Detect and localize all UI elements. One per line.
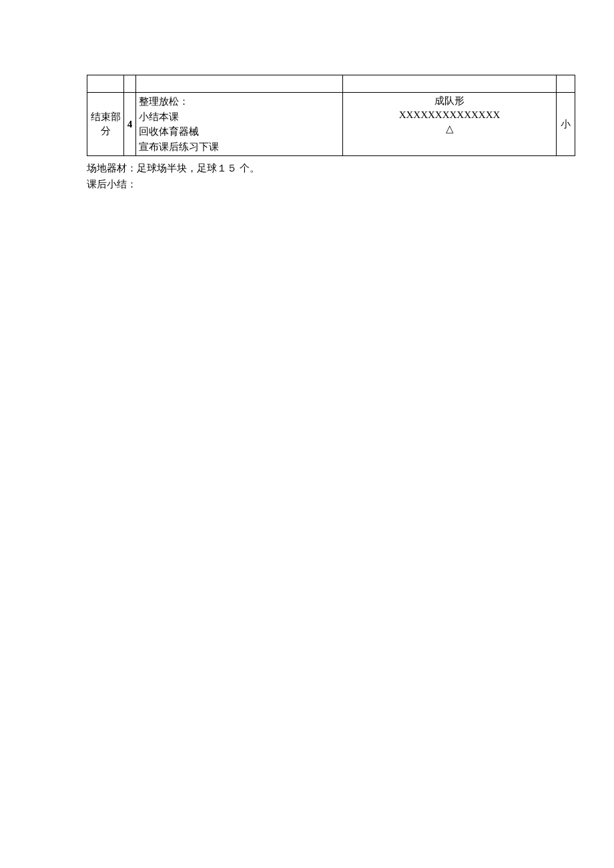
formation-line3: △: [343, 122, 556, 136]
intensity-value: 小: [561, 119, 571, 129]
formation-cell: 成队形 XXXXXXXXXXXXXX △: [343, 93, 557, 156]
equipment-label: 场地器材：: [87, 163, 137, 173]
table-row-conclusion: 结束部分 4 整理放松： 小结本课 回收体育器械 宣布课后练习下课 成队形 XX…: [87, 93, 575, 156]
duration-cell: 4: [124, 93, 136, 156]
summary-label: 课后小结：: [87, 179, 137, 189]
cell-r1-c2: [124, 75, 136, 93]
lesson-plan-table: 结束部分 4 整理放松： 小结本课 回收体育器械 宣布课后练习下课 成队形 XX…: [87, 75, 575, 156]
table-row-empty: [87, 75, 575, 93]
equipment-line: 场地器材：足球场半块，足球１５ 个。: [87, 160, 527, 176]
duration-value: 4: [127, 119, 133, 129]
formation-line1: 成队形: [343, 94, 556, 108]
equipment-value: 足球场半块，足球１５ 个。: [137, 163, 260, 173]
cell-r1-c3: [136, 75, 343, 93]
content-line1: 整理放松：: [139, 94, 340, 109]
content-line3: 回收体育器械: [139, 124, 340, 139]
content-line2: 小结本课: [139, 109, 340, 125]
cell-r1-c4: [343, 75, 557, 93]
content-cell: 整理放松： 小结本课 回收体育器械 宣布课后练习下课: [136, 93, 343, 156]
summary-line: 课后小结：: [87, 176, 527, 192]
section-name-cell: 结束部分: [87, 93, 124, 156]
content-line4: 宣布课后练习下课: [139, 139, 340, 155]
footer-section: 场地器材：足球场半块，足球１５ 个。 课后小结：: [87, 160, 527, 192]
intensity-cell: 小: [557, 93, 575, 156]
formation-line2: XXXXXXXXXXXXXX: [343, 108, 556, 122]
cell-r1-c5: [557, 75, 575, 93]
section-name: 结束部分: [91, 111, 121, 136]
cell-r1-c1: [87, 75, 124, 93]
